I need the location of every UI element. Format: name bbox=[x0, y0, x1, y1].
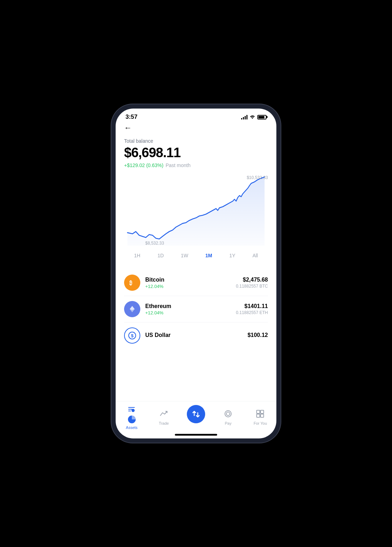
ethereum-values: $1401.11 0.11882557 ETH bbox=[236, 303, 268, 315]
dollar-icon: $ bbox=[124, 327, 140, 344]
bottom-nav: Assets Trade bbox=[116, 401, 276, 432]
balance-label: Total balance bbox=[124, 138, 268, 144]
change-period: Past month bbox=[166, 162, 191, 168]
back-button[interactable]: ← bbox=[124, 123, 268, 133]
svg-text:$: $ bbox=[131, 333, 134, 338]
balance-amount: $6,698.11 bbox=[124, 145, 268, 160]
status-icons bbox=[241, 114, 267, 120]
trade-label: Trade bbox=[159, 421, 169, 425]
ethereum-change: +12.04% bbox=[145, 310, 236, 315]
svg-rect-10 bbox=[261, 414, 264, 417]
asset-item-bitcoin[interactable]: ₿ Bitcoin +12.04% $2,475.68 0.11882557 B… bbox=[124, 270, 268, 296]
dollar-name: US Dollar bbox=[145, 332, 247, 338]
nav-assets[interactable]: Assets bbox=[121, 405, 142, 430]
dollar-info: US Dollar bbox=[145, 332, 247, 339]
asset-item-ethereum[interactable]: Ethereum +12.04% $1401.11 0.11882557 ETH bbox=[124, 296, 268, 322]
wifi-icon bbox=[250, 114, 255, 120]
chart-label-top: $10,532.33 bbox=[247, 175, 268, 180]
ethereum-icon bbox=[124, 301, 140, 317]
svg-rect-7 bbox=[257, 410, 260, 413]
nav-foryou[interactable]: For You bbox=[250, 409, 271, 425]
main-content: ← Total balance $6,698.11 +$129.02 (0.63… bbox=[116, 123, 276, 401]
filter-1w[interactable]: 1W bbox=[178, 251, 191, 260]
phone-device: 3:57 ← bbox=[111, 104, 281, 443]
bitcoin-info: Bitcoin +12.04% bbox=[145, 277, 236, 289]
nav-trade[interactable]: Trade bbox=[153, 409, 174, 425]
svg-rect-9 bbox=[257, 414, 260, 417]
filter-1h[interactable]: 1H bbox=[131, 251, 143, 260]
bitcoin-change: +12.04% bbox=[145, 284, 236, 289]
dollar-values: $100.12 bbox=[247, 332, 268, 339]
pay-icon bbox=[223, 409, 233, 420]
ethereum-info: Ethereum +12.04% bbox=[145, 303, 236, 315]
ethereum-name: Ethereum bbox=[145, 303, 236, 309]
asset-item-usdollar[interactable]: $ US Dollar $100.12 bbox=[124, 322, 268, 349]
nav-swap[interactable] bbox=[185, 405, 207, 430]
svg-point-6 bbox=[226, 412, 230, 416]
bitcoin-name: Bitcoin bbox=[145, 277, 236, 283]
ethereum-usd: $1401.11 bbox=[236, 303, 268, 309]
signal-icon bbox=[241, 115, 247, 119]
bitcoin-icon: ₿ bbox=[124, 275, 140, 291]
status-bar: 3:57 bbox=[116, 109, 276, 123]
balance-change: +$129.02 (0.63%) Past month bbox=[124, 162, 268, 168]
chart-svg bbox=[124, 175, 268, 246]
filter-1m[interactable]: 1M bbox=[203, 251, 215, 260]
dollar-usd: $100.12 bbox=[247, 332, 268, 338]
pay-label: Pay bbox=[225, 421, 232, 425]
price-chart[interactable]: $10,532.33 $8,532.33 bbox=[124, 175, 268, 246]
filter-1y[interactable]: 1Y bbox=[227, 251, 238, 260]
foryou-label: For You bbox=[253, 421, 267, 425]
time-filters: 1H 1D 1W 1M 1Y All bbox=[124, 251, 268, 260]
swap-icon bbox=[192, 410, 200, 418]
asset-list: ₿ Bitcoin +12.04% $2,475.68 0.11882557 B… bbox=[124, 270, 268, 349]
filter-all[interactable]: All bbox=[250, 251, 261, 260]
svg-text:₿: ₿ bbox=[129, 280, 132, 286]
assets-icon bbox=[127, 405, 136, 424]
svg-rect-8 bbox=[261, 410, 264, 413]
trade-icon bbox=[159, 409, 169, 420]
foryou-icon bbox=[256, 409, 265, 420]
svg-point-5 bbox=[225, 411, 231, 417]
ethereum-crypto: 0.11882557 ETH bbox=[236, 310, 268, 315]
bitcoin-values: $2,475.68 0.11882557 BTC bbox=[236, 277, 268, 289]
filter-1d[interactable]: 1D bbox=[155, 251, 167, 260]
back-arrow-icon: ← bbox=[124, 123, 132, 132]
bitcoin-crypto: 0.11882557 BTC bbox=[236, 284, 268, 289]
nav-pay[interactable]: Pay bbox=[218, 409, 239, 425]
status-time: 3:57 bbox=[125, 113, 137, 121]
assets-label: Assets bbox=[126, 425, 137, 430]
phone-screen: 3:57 ← bbox=[116, 109, 276, 438]
change-positive: +$129.02 (0.63%) bbox=[124, 162, 164, 168]
battery-icon bbox=[257, 115, 267, 119]
chart-label-bottom: $8,532.33 bbox=[145, 241, 164, 246]
bitcoin-usd: $2,475.68 bbox=[236, 277, 268, 283]
swap-button[interactable] bbox=[187, 405, 205, 423]
home-indicator bbox=[175, 434, 217, 436]
